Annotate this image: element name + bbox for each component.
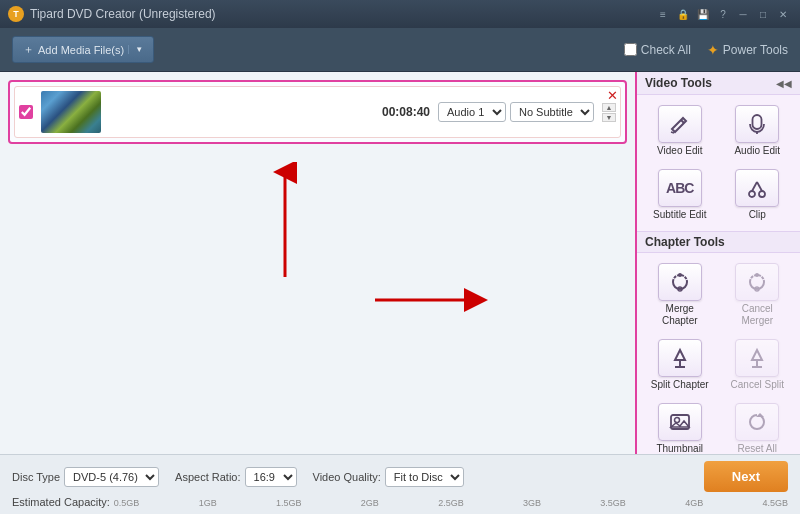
- help-icon[interactable]: ?: [714, 5, 732, 23]
- video-quality-select[interactable]: Fit to Disc: [385, 467, 464, 487]
- clip-tool[interactable]: Clip: [721, 165, 795, 225]
- close-button[interactable]: ✕: [774, 5, 792, 23]
- svg-marker-23: [756, 413, 764, 417]
- media-spinners: ▲ ▼: [602, 103, 616, 122]
- cancel-merger-icon: [735, 263, 779, 301]
- estimated-capacity-label: Estimated Capacity:: [12, 496, 110, 508]
- tick-label-4: 4GB: [685, 498, 703, 508]
- tick-label-15: 1.5GB: [276, 498, 302, 508]
- thumbnail-setting-tool[interactable]: ThumbnailSetting: [643, 399, 717, 454]
- media-item-checkbox[interactable]: [19, 105, 33, 119]
- capacity-row: Estimated Capacity: 0.5GB 1GB 1.5GB 2GB …: [12, 496, 788, 508]
- toolbar-right: Check All ✦ Power Tools: [624, 42, 788, 58]
- svg-point-8: [759, 191, 765, 197]
- panel-collapse-button[interactable]: ◀◀: [776, 78, 792, 89]
- media-close-button[interactable]: ✕: [607, 89, 618, 102]
- add-media-button[interactable]: ＋ Add Media File(s) ▼: [12, 36, 154, 63]
- arrow-up-indicator: [265, 162, 305, 282]
- power-icon: ✦: [707, 42, 719, 58]
- tick-label-45: 4.5GB: [762, 498, 788, 508]
- cancel-split-icon: [735, 339, 779, 377]
- content-area: 00:08:40 Audio 1 No Subtitle ▲ ▼ ✕: [0, 72, 635, 454]
- thumbnail-setting-icon: [658, 403, 702, 441]
- aspect-ratio-field: Aspect Ratio: 16:9: [175, 467, 296, 487]
- media-list: 00:08:40 Audio 1 No Subtitle ▲ ▼ ✕: [8, 80, 627, 144]
- side-panel: Video Tools ◀◀ Video Edit Audio Edit ABC: [635, 72, 800, 454]
- app-icon: T: [8, 6, 24, 22]
- svg-line-9: [752, 182, 757, 191]
- capacity-tick-labels: 0.5GB 1GB 1.5GB 2GB 2.5GB 3GB 3.5GB 4GB …: [114, 498, 788, 508]
- chapter-tools-title: Chapter Tools: [645, 235, 725, 249]
- reset-all-tool[interactable]: Reset All: [721, 399, 795, 454]
- reset-all-label: Reset All: [738, 443, 777, 454]
- spinner-down[interactable]: ▼: [602, 113, 616, 122]
- svg-point-7: [749, 191, 755, 197]
- merge-chapter-label: Merge Chapter: [647, 303, 713, 327]
- subtitle-select[interactable]: No Subtitle: [510, 102, 594, 122]
- media-duration: 00:08:40: [382, 105, 430, 119]
- video-tools-header: Video Tools ◀◀: [637, 72, 800, 95]
- svg-marker-18: [752, 350, 762, 360]
- bottom-controls: Disc Type DVD-5 (4.76) Aspect Ratio: 16:…: [12, 461, 788, 492]
- media-selects: Audio 1 No Subtitle: [438, 102, 594, 122]
- cancel-merger-tool[interactable]: Cancel Merger: [721, 259, 795, 331]
- minimize-button[interactable]: ─: [734, 5, 752, 23]
- video-quality-field: Video Quality: Fit to Disc: [313, 467, 464, 487]
- cancel-split-label: Cancel Split: [731, 379, 784, 391]
- disc-type-field: Disc Type DVD-5 (4.76): [12, 467, 159, 487]
- video-edit-icon: [658, 105, 702, 143]
- tick-label-25: 2.5GB: [438, 498, 464, 508]
- save-icon[interactable]: 💾: [694, 5, 712, 23]
- video-tools-grid: Video Edit Audio Edit ABC Subtitle Edit …: [637, 95, 800, 231]
- svg-line-4: [681, 120, 684, 123]
- audio-edit-tool[interactable]: Audio Edit: [721, 101, 795, 161]
- title-bar: T Tipard DVD Creator (Unregistered) ≡ 🔒 …: [0, 0, 800, 28]
- chapter-tools-grid: Merge Chapter Cancel Merger Split Chapte…: [637, 253, 800, 454]
- window-title: Tipard DVD Creator (Unregistered): [30, 7, 648, 21]
- next-button[interactable]: Next: [704, 461, 788, 492]
- tick-label-35: 3.5GB: [600, 498, 626, 508]
- video-tools-title: Video Tools: [645, 76, 712, 90]
- check-all-checkbox[interactable]: [624, 43, 637, 56]
- cancel-merger-label: Cancel Merger: [725, 303, 791, 327]
- cancel-split-tool[interactable]: Cancel Split: [721, 335, 795, 395]
- tick-label-2: 2GB: [361, 498, 379, 508]
- thumbnail-setting-label: ThumbnailSetting: [656, 443, 703, 454]
- chapter-tools-header: Chapter Tools: [637, 231, 800, 253]
- aspect-ratio-label: Aspect Ratio:: [175, 471, 240, 483]
- audio-edit-icon: [735, 105, 779, 143]
- audio-edit-label: Audio Edit: [734, 145, 780, 157]
- video-edit-tool[interactable]: Video Edit: [643, 101, 717, 161]
- window-controls: ≡ 🔒 💾 ? ─ □ ✕: [654, 5, 792, 23]
- check-all-wrap: Check All: [624, 43, 691, 57]
- spinner-up[interactable]: ▲: [602, 103, 616, 112]
- split-chapter-tool[interactable]: Split Chapter: [643, 335, 717, 395]
- svg-point-22: [674, 418, 679, 423]
- video-edit-label: Video Edit: [657, 145, 702, 157]
- power-tools-label: Power Tools: [723, 43, 788, 57]
- aspect-ratio-select[interactable]: 16:9: [245, 467, 297, 487]
- merge-chapter-tool[interactable]: Merge Chapter: [643, 259, 717, 331]
- disc-type-select[interactable]: DVD-5 (4.76): [64, 467, 159, 487]
- svg-marker-15: [675, 350, 685, 360]
- lock-icon[interactable]: 🔒: [674, 5, 692, 23]
- subtitle-edit-label: Subtitle Edit: [653, 209, 706, 221]
- tick-label-1: 1GB: [199, 498, 217, 508]
- maximize-button[interactable]: □: [754, 5, 772, 23]
- menu-icon[interactable]: ≡: [654, 5, 672, 23]
- disc-type-label: Disc Type: [12, 471, 60, 483]
- subtitle-edit-tool[interactable]: ABC Subtitle Edit: [643, 165, 717, 225]
- subtitle-edit-icon: ABC: [658, 169, 702, 207]
- add-media-label: Add Media File(s): [38, 44, 124, 56]
- media-thumbnail: [41, 91, 101, 133]
- split-chapter-label: Split Chapter: [651, 379, 709, 391]
- audio-select[interactable]: Audio 1: [438, 102, 506, 122]
- svg-point-13: [755, 273, 759, 277]
- reset-all-icon: [735, 403, 779, 441]
- clip-label: Clip: [749, 209, 766, 221]
- svg-point-11: [678, 273, 682, 277]
- merge-chapter-icon: [658, 263, 702, 301]
- toolbar: ＋ Add Media File(s) ▼ Check All ✦ Power …: [0, 28, 800, 72]
- add-icon: ＋: [23, 42, 34, 57]
- clip-icon: [735, 169, 779, 207]
